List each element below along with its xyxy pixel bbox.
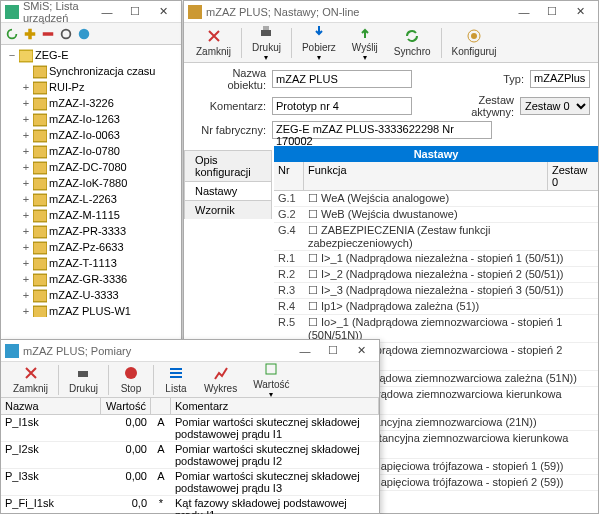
serial-label: Nr fabryczny: — [192, 124, 272, 136]
col-comment: Komentarz — [171, 398, 379, 414]
comment-label: Komentarz: — [192, 100, 272, 112]
settings-icon[interactable] — [59, 27, 73, 41]
svg-rect-8 — [33, 82, 47, 94]
app-icon — [5, 344, 19, 358]
svg-rect-33 — [188, 5, 202, 19]
tab-template[interactable]: Wzornik — [184, 200, 272, 219]
svg-rect-22 — [33, 306, 47, 317]
upload-button[interactable]: Wyślij▾ — [344, 22, 386, 64]
close-button[interactable]: Zamknij — [5, 363, 56, 396]
close-button[interactable]: Zamknij — [188, 26, 239, 59]
tree-node[interactable]: +mZAZ-Io-1263 — [3, 111, 179, 127]
measurements-window: mZAZ PLUS; Pomiary — ☐ ✕ Zamknij Drukuj … — [0, 339, 380, 514]
titlebar: SMiS; Lista urządzeń — ☐ ✕ — [1, 1, 181, 23]
tree-node[interactable]: +mZAZ-U-3333 — [3, 287, 179, 303]
tree-node[interactable]: +mZAZ PLUS-W1 — [3, 303, 179, 317]
object-form: Nazwa obiektu:Typ:mZAZPlus Komentarz:Zes… — [184, 63, 598, 146]
type-field: mZAZPlus — [530, 70, 590, 88]
print-button[interactable]: Drukuj — [61, 363, 106, 396]
tree-node[interactable]: +mZAZ-IoK-7880 — [3, 175, 179, 191]
function-row[interactable]: R.2 ☐ I>_2 (Nadprądowa niezależna - stop… — [274, 267, 598, 283]
download-button[interactable]: Pobierz▾ — [294, 22, 344, 64]
svg-rect-14 — [33, 178, 47, 190]
function-row[interactable]: R.1 ☐ I>_1 (Nadprądowa niezależna - stop… — [274, 251, 598, 267]
toolbar: Zamknij Drukuj▾ Pobierz▾ Wyślij▾ Synchro… — [184, 23, 598, 63]
chart-button[interactable]: Wykres — [196, 363, 245, 396]
function-row[interactable]: G.4☐ ZABEZPIECZENIA (Zestaw funkcji zabe… — [274, 223, 598, 251]
tree-node[interactable]: Synchronizacja czasu — [3, 63, 179, 79]
svg-rect-9 — [33, 98, 47, 110]
svg-rect-12 — [33, 146, 47, 158]
tree-node[interactable]: +mZAZ-T-1113 — [3, 255, 179, 271]
svg-rect-7 — [33, 66, 47, 78]
settings-header: Nastawy — [274, 146, 598, 162]
svg-rect-39 — [78, 371, 88, 377]
tree-node[interactable]: +mZAZ-Io-0780 — [3, 143, 179, 159]
measurement-row[interactable]: P_I3sk0,00APomiar wartości skutecznej sk… — [1, 469, 379, 496]
tree-node[interactable]: +mZAZ-Pz-6633 — [3, 239, 179, 255]
device-tree[interactable]: −ZEG-ESynchronizacja czasu+RUI-Pz+mZAZ-I… — [1, 45, 181, 317]
tree-node[interactable]: +mZAZ-M-1115 — [3, 207, 179, 223]
tree-node[interactable]: +mZAZ-Io-0063 — [3, 127, 179, 143]
configure-button[interactable]: Konfiguruj — [444, 26, 505, 59]
function-row[interactable]: R.3 ☐ I>_3 (Nadprądowa niezależna - stop… — [274, 283, 598, 299]
name-field[interactable] — [272, 70, 412, 88]
stop-button[interactable]: Stop — [111, 363, 151, 396]
svg-rect-20 — [33, 274, 47, 286]
col-value: Wartość — [101, 398, 151, 414]
app-icon — [188, 5, 202, 19]
svg-rect-43 — [170, 376, 182, 378]
window-title: SMiS; Lista urządzeń — [23, 0, 93, 24]
value-button[interactable]: Wartość▾ — [245, 359, 297, 401]
sync-button[interactable]: Synchro — [386, 26, 439, 59]
maximize-button[interactable]: ☐ — [121, 2, 149, 22]
svg-rect-13 — [33, 162, 47, 174]
maximize-button[interactable]: ☐ — [319, 341, 347, 361]
measurements-grid: Nazwa Wartość Komentarz P_I1sk0,00APomia… — [1, 398, 379, 514]
function-row[interactable]: G.1☐ WeA (Wejścia analogowe) — [274, 191, 598, 207]
comment-field[interactable] — [272, 97, 412, 115]
measurement-row[interactable]: P_Fi_I1sk0,0*Kąt fazowy składowej podsta… — [1, 496, 379, 514]
svg-rect-19 — [33, 258, 47, 270]
tree-toolbar — [1, 23, 181, 45]
measurement-row[interactable]: P_I2sk0,00APomiar wartości skutecznej sk… — [1, 442, 379, 469]
tree-node[interactable]: +mZAZ-L-2263 — [3, 191, 179, 207]
activeset-select[interactable]: Zestaw 0 — [520, 97, 590, 115]
titlebar: mZAZ PLUS; Pomiary — ☐ ✕ — [1, 340, 379, 362]
tab-configdesc[interactable]: Opis konfiguracji — [184, 150, 272, 181]
function-row[interactable]: G.2☐ WeB (Wejścia dwustanowe) — [274, 207, 598, 223]
tree-node[interactable]: +mZAZ-PR-3333 — [3, 223, 179, 239]
list-button[interactable]: Lista — [156, 363, 196, 396]
delete-icon[interactable] — [41, 27, 55, 41]
function-header: Nr Funkcja Zestaw 0 — [274, 162, 598, 191]
col-function: Funkcja — [304, 162, 548, 190]
refresh-icon[interactable] — [5, 27, 19, 41]
svg-rect-16 — [33, 210, 47, 222]
print-button[interactable]: Drukuj▾ — [244, 22, 289, 64]
tree-node[interactable]: +mZAZ-I-3226 — [3, 95, 179, 111]
close-button[interactable]: ✕ — [566, 2, 594, 22]
svg-rect-2 — [25, 32, 36, 36]
measurement-row[interactable]: P_I1sk0,00APomiar wartości skutecznej sk… — [1, 415, 379, 442]
tree-node[interactable]: +RUI-Pz — [3, 79, 179, 95]
minimize-button[interactable]: — — [510, 2, 538, 22]
svg-point-36 — [471, 33, 477, 39]
function-row[interactable]: R.4 ☐ Ip1> (Nadprądowa zależna (51)) — [274, 299, 598, 315]
tree-node[interactable]: +mZAZ-DC-7080 — [3, 159, 179, 175]
svg-rect-3 — [43, 32, 54, 36]
grid-header: Nazwa Wartość Komentarz — [1, 398, 379, 415]
tree-node[interactable]: −ZEG-E — [3, 47, 179, 63]
grid-body[interactable]: P_I1sk0,00APomiar wartości skutecznej sk… — [1, 415, 379, 514]
maximize-button[interactable]: ☐ — [538, 2, 566, 22]
close-button[interactable]: ✕ — [149, 2, 177, 22]
minimize-button[interactable]: — — [291, 341, 319, 361]
add-icon[interactable] — [23, 27, 37, 41]
col-set: Zestaw 0 — [548, 162, 598, 190]
svg-rect-6 — [19, 50, 33, 62]
close-button[interactable]: ✕ — [347, 341, 375, 361]
minimize-button[interactable]: — — [93, 2, 121, 22]
info-icon[interactable] — [77, 27, 91, 41]
tree-node[interactable]: +mZAZ-GR-3336 — [3, 271, 179, 287]
name-label: Nazwa obiektu: — [192, 67, 272, 91]
tab-settings[interactable]: Nastawy — [184, 181, 272, 200]
